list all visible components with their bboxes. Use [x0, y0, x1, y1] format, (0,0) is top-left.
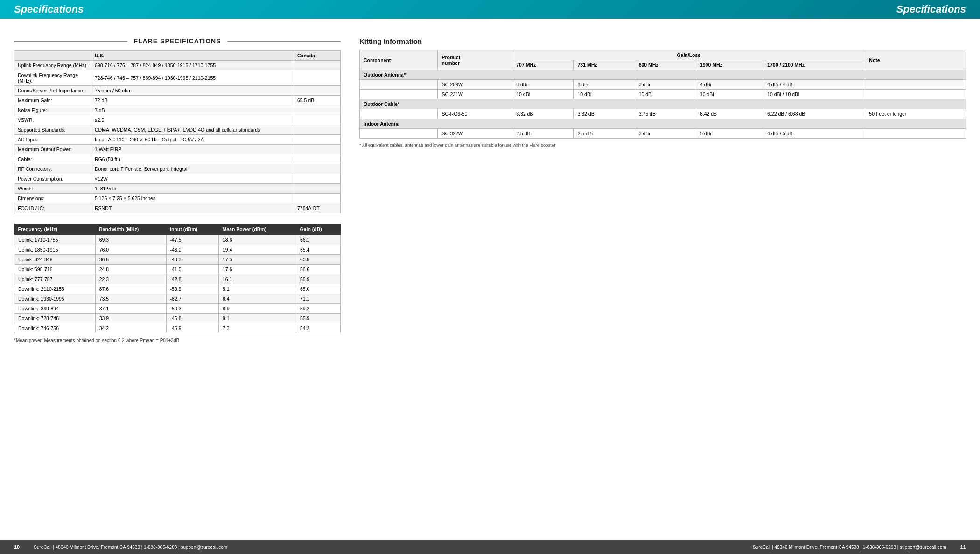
table-row: Cable:RG6 (50 ft.) [14, 154, 341, 164]
perf-cell: Downlink: 728-746 [14, 314, 96, 323]
perf-cell: 69.3 [95, 235, 166, 245]
spec-label-cell: Downlink Frequency Range (MHz): [14, 70, 91, 86]
perf-cell: -47.5 [166, 235, 218, 245]
spec-canada-cell: 7784A-DT [294, 203, 341, 213]
table-row: Uplink: 1710-175569.3-47.518.666.1 [14, 235, 341, 245]
spec-us-cell: 72 dB [91, 96, 294, 105]
spec-label-cell: AC Input: [14, 135, 91, 145]
perf-col-input: Input (dBm) [166, 224, 218, 235]
spec-label-cell: VSWR: [14, 115, 91, 125]
performance-table-section: Frequency (MHz) Bandwidth (MHz) Input (d… [14, 224, 341, 333]
kitting-comp-cell [360, 129, 438, 139]
spec-label-cell: Donor/Server Port Impedance: [14, 86, 91, 96]
kitting-freq-cell: 3 dBi [635, 80, 696, 90]
kitting-freq-cell: 6.22 dB / 6.68 dB [763, 109, 865, 119]
kitting-data-row: SC-322W2.5 dBi2.5 dBi3 dBi5 dBi4 dBi / 5… [360, 129, 966, 139]
table-row: Noise Figure:7 dB [14, 105, 341, 115]
kitting-section-label: Outdoor Antenna* [360, 70, 966, 80]
spec-us-cell: 5.125 × 7.25 × 5.625 inches [91, 194, 294, 203]
table-row: Weight:1. 8125 lb. [14, 184, 341, 194]
table-row: Donor/Server Port Impedance:75 ohm / 50 … [14, 86, 341, 96]
footer-page-right: 11 [960, 544, 966, 550]
kitting-product-cell: SC-289W [438, 80, 512, 90]
spec-us-cell: Input: AC 110 – 240 V, 60 Hz ; Output: D… [91, 135, 294, 145]
spec-canada-cell [294, 86, 341, 96]
perf-cell: -41.0 [166, 265, 218, 274]
kitting-col-731: 731 MHz [574, 60, 635, 70]
spec-canada-cell [294, 154, 341, 164]
perf-cell: 59.2 [296, 304, 340, 314]
perf-cell: 16.1 [219, 274, 296, 284]
table-row: RF Connectors:Donor port: F Female, Serv… [14, 164, 341, 174]
kitting-note-cell [865, 90, 966, 99]
kitting-section-row: Outdoor Cable* [360, 99, 966, 109]
perf-cell: 58.6 [296, 265, 340, 274]
perf-cell: Uplink: 698-716 [14, 265, 96, 274]
perf-cell: 36.6 [95, 255, 166, 265]
spec-col-canada: Canada [294, 51, 341, 61]
kitting-freq-cell: 10 dBi [574, 90, 635, 99]
perf-cell: 54.2 [296, 323, 340, 333]
perf-col-freq: Frequency (MHz) [14, 224, 96, 235]
perf-cell: 8.4 [219, 294, 296, 304]
table-row: Supported Standards:CDMA, WCDMA, GSM, ED… [14, 125, 341, 135]
kitting-freq-cell: 10 dBi / 10 dBi [763, 90, 865, 99]
title-line-left [14, 41, 127, 42]
table-row: Uplink Frequency Range (MHz):698-716 / 7… [14, 61, 341, 70]
perf-cell: 58.9 [296, 274, 340, 284]
perf-cell: Uplink: 824-849 [14, 255, 96, 265]
kitting-freq-cell: 10 dBi [635, 90, 696, 99]
perf-cell: 9.1 [219, 314, 296, 323]
perf-cell: 76.0 [95, 245, 166, 255]
perf-cell: 17.6 [219, 265, 296, 274]
perf-col-bw: Bandwidth (MHz) [95, 224, 166, 235]
kitting-freq-cell: 2.5 dBi [574, 129, 635, 139]
footer-info-left: SureCall | 48346 Milmont Drive, Fremont … [34, 545, 227, 550]
kitting-freq-cell: 10 dBi [512, 90, 574, 99]
kitting-section-label: Indoor Antenna [360, 119, 966, 129]
spec-us-cell: 75 ohm / 50 ohm [91, 86, 294, 96]
perf-cell: Downlink: 2110-2155 [14, 284, 96, 294]
kitting-freq-cell: 4 dBi / 5 dBi [763, 129, 865, 139]
kitting-title: Kitting Information [359, 37, 966, 45]
spec-label-cell: RF Connectors: [14, 164, 91, 174]
kitting-freq-cell: 4 dBi / 4 dBi [763, 80, 865, 90]
spec-label-cell: Noise Figure: [14, 105, 91, 115]
kitting-table: Component Productnumber Gain/Loss Note 7… [359, 50, 966, 139]
spec-label-cell: Cable: [14, 154, 91, 164]
spec-us-cell: RG6 (50 ft.) [91, 154, 294, 164]
kitting-product-cell: SC-RG6-50 [438, 109, 512, 119]
kitting-note-cell [865, 80, 966, 90]
table-row: VSWR:≤2.0 [14, 115, 341, 125]
spec-canada-cell [294, 135, 341, 145]
table-row: Downlink: 2110-215587.6-59.95.165.0 [14, 284, 341, 294]
perf-cell: Uplink: 777-787 [14, 274, 96, 284]
perf-cell: 33.9 [95, 314, 166, 323]
footer-page-left: 10 [14, 544, 20, 550]
page-header: Specifications Specifications [0, 0, 980, 19]
kitting-col-component: Component [360, 50, 438, 70]
spec-label-cell: Maximum Gain: [14, 96, 91, 105]
title-line-right [227, 41, 341, 42]
perf-cell: -59.9 [166, 284, 218, 294]
spec-us-cell: 1 Watt EIRP [91, 145, 294, 154]
spec-us-cell: 728-746 / 746 – 757 / 869-894 / 1930-199… [91, 70, 294, 86]
mean-power-note: *Mean power: Measurements obtained on se… [14, 338, 341, 343]
kitting-freq-cell: 3.32 dB [512, 109, 574, 119]
kitting-freq-cell: 4 dBi [696, 80, 763, 90]
perf-cell: 7.3 [219, 323, 296, 333]
perf-cell: -46.8 [166, 314, 218, 323]
kitting-freq-cell: 3.32 dB [574, 109, 635, 119]
perf-cell: Downlink: 1930-1995 [14, 294, 96, 304]
right-panel: Kitting Information Component Productnum… [359, 37, 966, 343]
spec-label-cell: Uplink Frequency Range (MHz): [14, 61, 91, 70]
perf-cell: -46.9 [166, 323, 218, 333]
header-title-left: Specifications [14, 3, 84, 15]
flare-specs-title: FLARE SPECIFICATIONS [127, 37, 228, 45]
kitting-note: * All equivalent cables, antennas and lo… [359, 142, 966, 147]
spec-us-cell: ≤2.0 [91, 115, 294, 125]
perf-cell: -50.3 [166, 304, 218, 314]
perf-cell: 5.1 [219, 284, 296, 294]
table-row: Uplink: 824-84936.6-43.317.560.8 [14, 255, 341, 265]
kitting-note-cell: 50 Feet or longer [865, 109, 966, 119]
